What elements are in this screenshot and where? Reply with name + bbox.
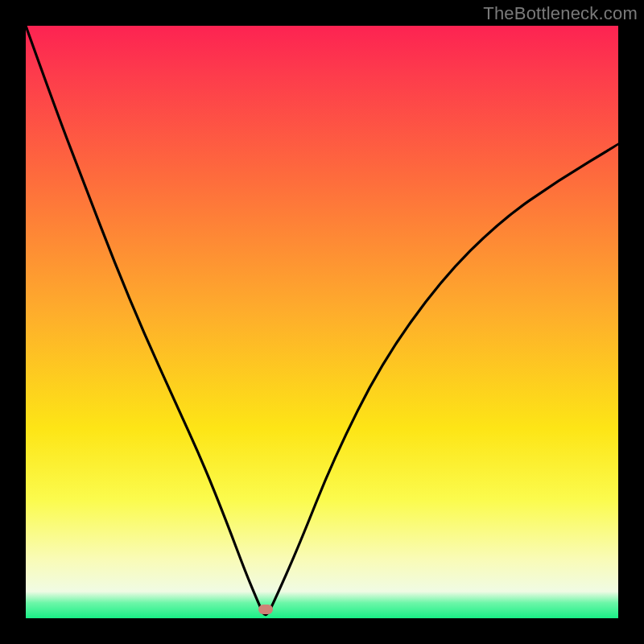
bottleneck-curve [26,26,618,618]
chart-frame: TheBottleneck.com [0,0,644,644]
plot-area [26,26,618,618]
minimum-marker [258,605,273,614]
curve-path [26,26,618,615]
watermark-text: TheBottleneck.com [483,3,638,24]
